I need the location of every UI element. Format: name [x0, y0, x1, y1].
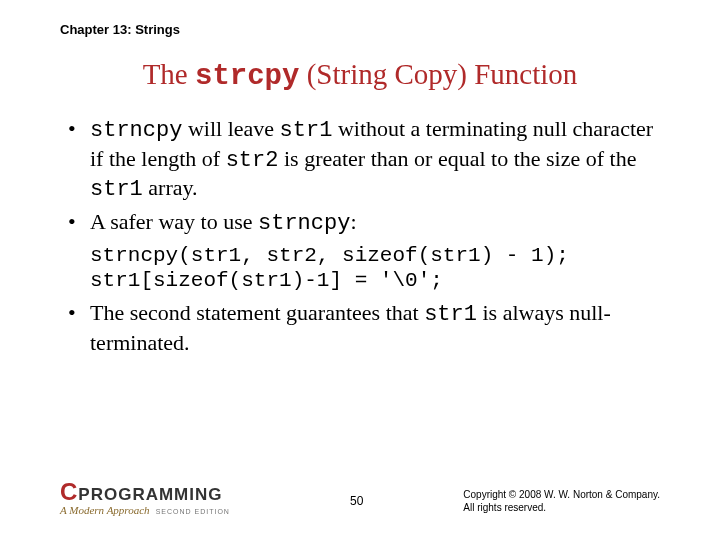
logo-text: PROGRAMMING: [78, 485, 222, 504]
code-inline: str2: [226, 148, 279, 173]
code-inline: str1: [424, 302, 477, 327]
logo-subtitle: A Modern Approach: [60, 504, 150, 516]
logo-c: C: [60, 478, 78, 505]
code-block: strncpy(str1, str2, sizeof(str1) - 1); s…: [60, 243, 660, 293]
title-post: (String Copy) Function: [299, 58, 577, 90]
copyright-line-2: All rights reserved.: [463, 501, 660, 514]
copyright: Copyright © 2008 W. W. Norton & Company.…: [463, 488, 660, 514]
page-number: 50: [350, 494, 363, 508]
code-inline: str1: [90, 177, 143, 202]
text: A safer way to use: [90, 209, 258, 234]
text: will leave: [182, 116, 279, 141]
bullet-2: A safer way to use strncpy:: [60, 208, 660, 238]
text: The second statement guarantees that: [90, 300, 424, 325]
code-inline: strncpy: [90, 118, 182, 143]
content-area: strncpy will leave str1 without a termin…: [60, 115, 660, 360]
logo-edition: SECOND EDITION: [156, 508, 230, 515]
bullet-1: strncpy will leave str1 without a termin…: [60, 115, 660, 204]
copyright-line-1: Copyright © 2008 W. W. Norton & Company.: [463, 488, 660, 501]
footer: CPROGRAMMING A Modern ApproachSECOND EDI…: [60, 476, 660, 516]
title-pre: The: [143, 58, 195, 90]
code-inline: strncpy: [258, 211, 350, 236]
title-code: strcpy: [195, 60, 299, 93]
text: is greater than or equal to the size of …: [278, 146, 636, 171]
slide-title: The strcpy (String Copy) Function: [0, 58, 720, 93]
code-inline: str1: [280, 118, 333, 143]
bullet-3: The second statement guarantees that str…: [60, 299, 660, 356]
text: array.: [143, 175, 198, 200]
book-logo: CPROGRAMMING A Modern ApproachSECOND EDI…: [60, 480, 230, 516]
text: :: [350, 209, 356, 234]
chapter-header: Chapter 13: Strings: [60, 22, 180, 37]
